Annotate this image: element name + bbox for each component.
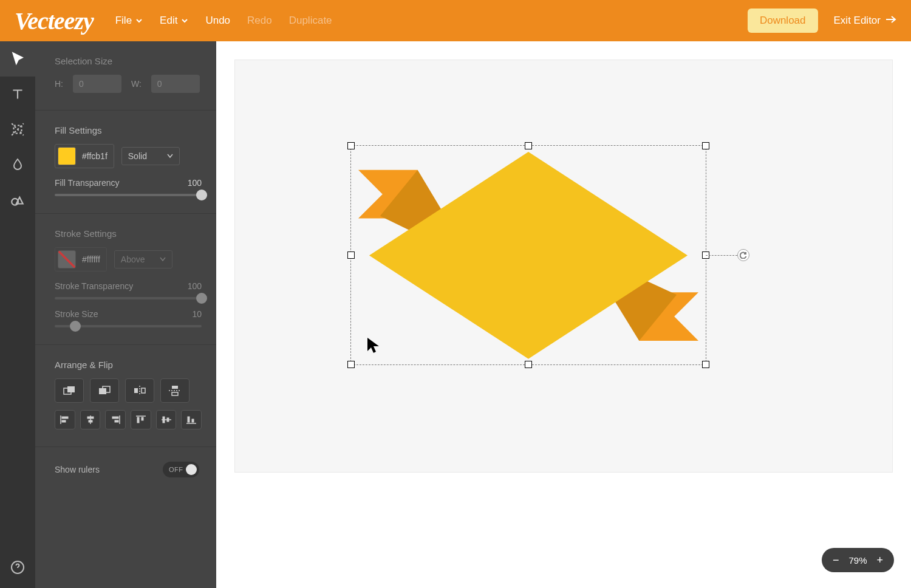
menu-duplicate[interactable]: Duplicate: [289, 15, 332, 27]
zoom-out-button[interactable]: −: [833, 555, 839, 566]
resize-handle-s[interactable]: [525, 361, 532, 368]
svg-rect-20: [112, 417, 118, 419]
width-input[interactable]: [151, 75, 200, 93]
chevron-down-icon: [167, 154, 173, 159]
svg-rect-17: [87, 417, 94, 419]
arrange-title: Arrange & Flip: [55, 360, 202, 370]
fill-color-picker[interactable]: #ffcb1f: [55, 144, 114, 168]
align-top-button[interactable]: [131, 410, 151, 429]
menu-undo[interactable]: Undo: [205, 15, 230, 27]
stroke-transparency-value: 100: [188, 281, 202, 291]
exit-editor-button[interactable]: Exit Editor: [834, 15, 896, 27]
resize-handle-ne[interactable]: [702, 142, 709, 149]
height-label: H:: [55, 79, 63, 89]
fill-mode-label: Solid: [128, 151, 147, 161]
stroke-size-label: Stroke Size: [55, 309, 98, 319]
fill-transparency-value: 100: [188, 178, 202, 188]
flip-vertical-button[interactable]: [160, 378, 189, 403]
chevron-down-icon: [181, 17, 188, 24]
tint-tool[interactable]: [0, 147, 35, 182]
crop-tool[interactable]: [0, 112, 35, 147]
align-vcenter-button[interactable]: [156, 410, 177, 429]
top-bar: Vecteezy File Edit Undo Redo Duplicate D…: [0, 0, 911, 41]
chevron-down-icon: [160, 257, 166, 262]
selection-size-title: Selection Size: [55, 56, 202, 66]
fill-mode-select[interactable]: Solid: [121, 147, 180, 165]
fill-title: Fill Settings: [55, 125, 202, 135]
width-label: W:: [131, 79, 142, 89]
bring-forward-button[interactable]: [90, 378, 119, 403]
send-backward-button[interactable]: [55, 378, 84, 403]
arrow-right-icon: [885, 15, 896, 27]
show-rulers-toggle[interactable]: OFF: [163, 462, 199, 477]
canvas-area[interactable]: − 79% +: [216, 41, 911, 588]
zoom-control: − 79% +: [822, 548, 894, 572]
stroke-transparency-slider[interactable]: [55, 297, 202, 299]
rulers-label: Show rulers: [55, 465, 100, 474]
help-button[interactable]: [0, 555, 35, 579]
zoom-in-button[interactable]: +: [876, 555, 883, 566]
selection-size-section: Selection Size H: W:: [35, 41, 216, 111]
height-input[interactable]: [73, 75, 121, 93]
svg-rect-29: [188, 417, 189, 422]
flip-horizontal-button[interactable]: [125, 378, 154, 403]
align-left-button[interactable]: [55, 410, 75, 429]
align-hcenter-button[interactable]: [80, 410, 101, 429]
exit-editor-label: Exit Editor: [834, 15, 881, 27]
svg-rect-27: [167, 418, 169, 422]
svg-rect-24: [142, 417, 143, 420]
rotation-handle[interactable]: [737, 249, 749, 261]
shapes-tool[interactable]: [0, 182, 35, 217]
slider-knob[interactable]: [196, 293, 207, 304]
svg-rect-18: [89, 420, 92, 422]
download-button[interactable]: Download: [748, 9, 818, 33]
fill-color-swatch: [58, 147, 76, 165]
resize-handle-se[interactable]: [702, 361, 709, 368]
menu-redo[interactable]: Redo: [247, 15, 272, 27]
svg-rect-9: [142, 388, 145, 393]
stroke-position-label: Above: [121, 255, 145, 264]
slider-knob[interactable]: [70, 321, 81, 332]
svg-rect-4: [67, 386, 75, 392]
svg-rect-30: [192, 419, 194, 422]
cursor-icon: [366, 337, 381, 356]
svg-rect-11: [172, 386, 178, 389]
slider-knob[interactable]: [196, 190, 207, 200]
chevron-down-icon: [135, 17, 143, 24]
resize-handle-sw[interactable]: [347, 361, 355, 368]
menu-file[interactable]: File: [115, 15, 143, 27]
arrange-section: Arrange & Flip: [35, 345, 216, 447]
fill-section: Fill Settings #ffcb1f Solid Fill Transpa…: [35, 111, 216, 214]
selection-box[interactable]: [350, 145, 706, 365]
resize-handle-nw[interactable]: [347, 142, 355, 149]
svg-rect-21: [115, 420, 118, 422]
selected-shape[interactable]: [351, 146, 706, 365]
svg-rect-14: [62, 417, 68, 419]
stroke-position-select[interactable]: Above: [114, 250, 172, 268]
stroke-color-hex: #ffffff: [82, 255, 100, 264]
fill-transparency-slider[interactable]: [55, 194, 202, 196]
toggle-knob: [186, 464, 197, 475]
stroke-no-color-swatch: [58, 250, 76, 268]
resize-handle-n[interactable]: [525, 142, 532, 149]
menu-edit[interactable]: Edit: [160, 15, 188, 27]
select-tool[interactable]: [0, 41, 35, 77]
svg-rect-6: [99, 388, 106, 394]
brand-logo: Vecteezy: [15, 7, 94, 35]
artboard[interactable]: [234, 60, 893, 473]
resize-handle-w[interactable]: [347, 251, 355, 259]
main-menu: File Edit Undo Redo Duplicate: [115, 15, 332, 27]
stroke-transparency-label: Stroke Transparency: [55, 281, 133, 291]
rotation-arm: [706, 255, 737, 256]
stroke-color-picker[interactable]: #ffffff: [55, 247, 107, 272]
stroke-size-slider[interactable]: [55, 325, 202, 327]
text-tool[interactable]: [0, 77, 35, 112]
zoom-level: 79%: [848, 555, 867, 566]
svg-rect-23: [137, 417, 139, 423]
align-right-button[interactable]: [105, 410, 126, 429]
stroke-title: Stroke Settings: [55, 228, 202, 239]
tool-strip: [0, 41, 35, 588]
align-bottom-button[interactable]: [181, 410, 202, 429]
svg-rect-12: [172, 392, 178, 395]
stroke-size-value: 10: [192, 309, 202, 319]
